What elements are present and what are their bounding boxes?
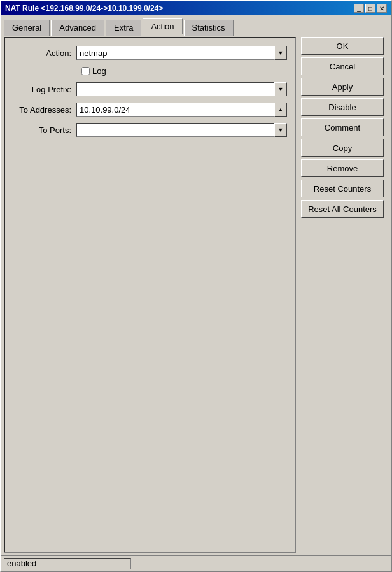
action-row: Action: ▼ [13, 46, 287, 60]
tab-extra[interactable]: Extra [106, 20, 141, 36]
side-buttons: OK Cancel Apply Disable Comment Copy Rem… [298, 34, 391, 555]
status-panel: enabled [4, 558, 131, 569]
action-input[interactable] [76, 46, 274, 60]
status-bar: enabled [1, 555, 391, 571]
log-prefix-row: Log Prefix: ▼ [13, 82, 287, 96]
tabs-bar: General Advanced Extra Action Statistics [1, 15, 391, 34]
copy-button[interactable]: Copy [301, 139, 384, 157]
main-panel: Action: ▼ Log Log Prefix: ▼ [4, 37, 296, 553]
ok-button[interactable]: OK [301, 37, 384, 55]
log-checkbox-row: Log [13, 66, 287, 76]
tab-statistics[interactable]: Statistics [184, 20, 234, 36]
to-ports-row: To Ports: ▼ [13, 123, 287, 137]
comment-button[interactable]: Comment [301, 118, 384, 136]
reset-counters-button[interactable]: Reset Counters [301, 180, 384, 197]
reset-all-counters-button[interactable]: Reset All Counters [301, 200, 384, 218]
log-prefix-dropdown-button[interactable]: ▼ [274, 82, 287, 96]
log-label: Log [92, 66, 106, 76]
title-buttons: _ □ ✕ [354, 4, 387, 13]
tab-action[interactable]: Action [143, 18, 182, 34]
remove-button[interactable]: Remove [301, 159, 384, 177]
to-addresses-input[interactable] [76, 103, 274, 117]
log-checkbox[interactable] [81, 67, 90, 75]
to-ports-dropdown-button[interactable]: ▼ [274, 123, 287, 137]
to-ports-wrapper: ▼ [76, 123, 287, 137]
action-dropdown-button[interactable]: ▼ [274, 46, 287, 60]
minimize-button[interactable]: _ [354, 4, 364, 13]
tab-general[interactable]: General [4, 20, 50, 36]
action-dropdown-wrapper: ▼ [76, 46, 287, 60]
to-ports-label: To Ports: [13, 125, 76, 135]
to-ports-input[interactable] [76, 123, 274, 137]
log-prefix-input[interactable] [76, 82, 274, 96]
to-addresses-up-button[interactable]: ▲ [274, 103, 287, 117]
log-prefix-wrapper: ▼ [76, 82, 287, 96]
maximize-button[interactable]: □ [365, 4, 375, 13]
close-button[interactable]: ✕ [377, 4, 387, 13]
to-addresses-wrapper: ▲ [76, 103, 287, 117]
action-label: Action: [13, 48, 76, 58]
to-addresses-label: To Addresses: [13, 105, 76, 115]
cancel-button[interactable]: Cancel [301, 57, 384, 75]
title-bar: NAT Rule <192.168.99.0/24->10.10.199.0/2… [1, 1, 391, 15]
to-addresses-row: To Addresses: ▲ [13, 103, 287, 117]
disable-button[interactable]: Disable [301, 98, 384, 116]
tab-advanced[interactable]: Advanced [51, 20, 104, 36]
apply-button[interactable]: Apply [301, 78, 384, 96]
status-text: enabled [7, 559, 36, 568]
main-window: NAT Rule <192.168.99.0/24->10.10.199.0/2… [0, 0, 392, 572]
log-prefix-label: Log Prefix: [13, 85, 76, 94]
content-area: Action: ▼ Log Log Prefix: ▼ [1, 34, 391, 555]
window-title: NAT Rule <192.168.99.0/24->10.10.199.0/2… [5, 4, 163, 13]
